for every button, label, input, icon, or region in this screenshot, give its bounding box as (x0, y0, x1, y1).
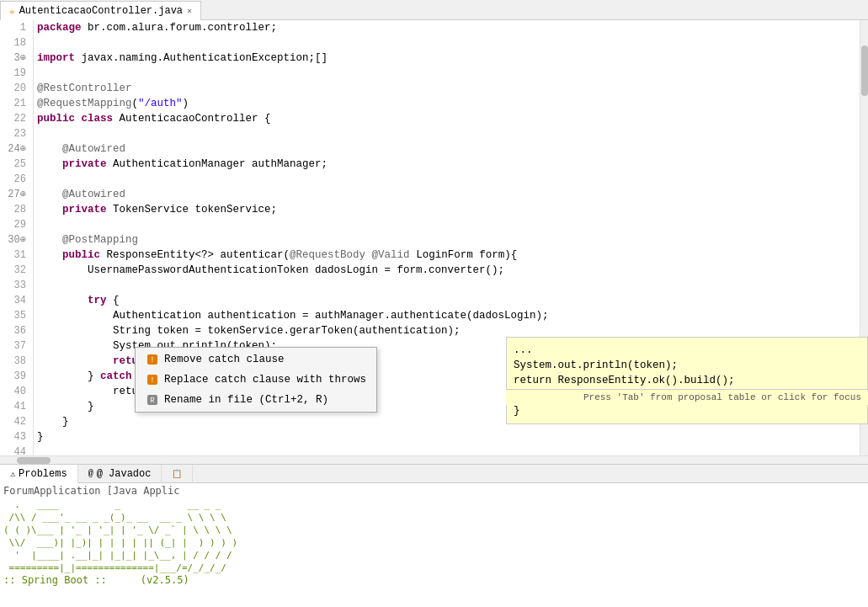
code-segment: ) (183, 98, 189, 109)
code-segment: { (113, 295, 120, 306)
more-icon: 📋 (172, 469, 182, 479)
bottom-content: ForumApplication [Java Applic . ____ _ _… (0, 483, 868, 607)
code-segment (37, 295, 88, 306)
svg-text:!: ! (150, 356, 154, 365)
line-number: 44 (3, 445, 26, 455)
javadoc-icon: @ (88, 469, 93, 478)
code-segment (365, 249, 372, 261)
active-tab[interactable]: ☕ AutenticacaoController.java ✕ (0, 1, 201, 21)
code-segment: ( (132, 98, 139, 109)
line-numbers: 1183⊕192021222324⊕252627⊕282930⊕31323334… (0, 20, 34, 455)
code-line: import javax.naming.AuthenticationExcept… (37, 51, 856, 66)
code-line: UsernamePasswordAuthenticationToken dado… (37, 263, 856, 278)
menu-item-icon: ! (146, 373, 159, 386)
horizontal-scrollbar[interactable] (0, 455, 868, 464)
code-segment: @PostMapping (62, 234, 138, 246)
code-segment: ResponseEntity<?> autenticar( (107, 249, 290, 261)
context-menu[interactable]: !Remove catch clause!Replace catch claus… (135, 347, 377, 413)
svg-text:R: R (150, 397, 155, 405)
code-line: Authentication authentication = authMana… (37, 308, 856, 323)
code-line: public class AutenticacaoController { (37, 111, 856, 126)
code-editor[interactable]: 1183⊕192021222324⊕252627⊕282930⊕31323334… (0, 20, 868, 455)
context-menu-item-replace-catch[interactable]: !Replace catch clause with throws (136, 370, 376, 390)
scrollbar-thumb[interactable] (861, 45, 868, 96)
line-number: 41 (3, 399, 26, 414)
line-number: 24⊕ (3, 141, 26, 157)
code-line (37, 217, 856, 232)
app-label: ForumApplication [Java Applic (3, 485, 865, 498)
code-segment: } (37, 370, 100, 382)
bottom-tab-problems[interactable]: ⚠Problems (0, 465, 78, 483)
line-number: 25 (3, 157, 26, 172)
code-line: @Autowired (37, 141, 856, 157)
code-segment: br.com.alura.forum.controller; (88, 22, 277, 34)
code-segment: @Autowired (62, 143, 125, 155)
line-number: 38 (3, 354, 26, 369)
code-segment: AutenticacaoController { (120, 113, 271, 125)
bottom-tab-bar: ⚠Problems@@ Javadoc📋 (0, 465, 868, 483)
code-segment (37, 249, 62, 261)
line-number: 1 (3, 20, 26, 35)
spring-boot-art: . ____ _ __ _ _ /\\ / ___'_ __ _ _(_)_ _… (3, 498, 865, 574)
line-number: 22 (3, 111, 26, 126)
code-segment: public (62, 249, 107, 261)
code-line (37, 35, 856, 51)
code-segment: AuthenticationManager authManager; (113, 158, 327, 170)
code-segment: package (37, 22, 88, 34)
context-menu-item-remove-catch[interactable]: !Remove catch clause (136, 349, 376, 370)
tab-bar: ☕ AutenticacaoController.java ✕ (0, 0, 868, 20)
code-segment: } (37, 431, 44, 443)
code-line: package br.com.alura.forum.controller; (37, 20, 856, 35)
code-segment: @RequestBody (290, 249, 365, 261)
code-segment: TokenService tokenService; (113, 204, 277, 216)
code-segment: catch (100, 370, 138, 382)
line-number: 19 (3, 66, 26, 81)
line-number: 37 (3, 338, 26, 354)
h-scrollbar-thumb[interactable] (17, 457, 51, 464)
problems-icon: ⚠ (10, 469, 15, 479)
code-segment: @RestController (37, 83, 132, 94)
code-line: } (37, 429, 856, 445)
menu-item-icon: R (146, 393, 159, 407)
svg-text:!: ! (150, 376, 154, 385)
code-segment: javax.naming.AuthenticationException;[] (82, 52, 328, 64)
code-segment: String token = tokenService.gerarToken(a… (37, 325, 461, 337)
line-number: 40 (3, 384, 26, 399)
tooltip-panel[interactable]: ...System.out.println(token);return Resp… (506, 337, 868, 424)
tooltip-line: System.out.println(token); (514, 358, 860, 373)
code-line: public ResponseEntity<?> autenticar(@Req… (37, 248, 856, 263)
code-segment: } (37, 416, 69, 428)
line-number: 34 (3, 293, 26, 308)
line-number: 43 (3, 429, 26, 445)
code-line: @RestController (37, 81, 856, 96)
code-segment: return (37, 386, 151, 397)
code-segment: private (62, 158, 113, 170)
tab-close-button[interactable]: ✕ (187, 6, 192, 16)
bottom-tab-javadoc[interactable]: @@ Javadoc (78, 465, 162, 483)
code-segment (37, 355, 113, 367)
console-area: ForumApplication [Java Applic . ____ _ _… (0, 483, 868, 607)
line-number: 35 (3, 308, 26, 323)
line-number: 42 (3, 414, 26, 429)
code-line: @PostMapping (37, 232, 856, 248)
bottom-tab-label: Problems (19, 468, 67, 480)
menu-item-label: Replace catch clause with throws (164, 374, 366, 386)
code-segment: @Valid (372, 249, 410, 261)
code-line: @RequestMapping("/auth") (37, 96, 856, 111)
line-number: 28 (3, 202, 26, 217)
code-segment (37, 158, 62, 170)
spring-boot-label: :: Spring Boot ::(v2.5.5) (3, 574, 865, 586)
line-number: 26 (3, 172, 26, 187)
line-number: 33 (3, 278, 26, 293)
menu-item-label: Rename in file (Ctrl+2, R) (164, 394, 328, 406)
code-segment: } (37, 401, 94, 413)
code-line: private AuthenticationManager authManage… (37, 157, 856, 172)
bottom-tab-more[interactable]: 📋 (162, 465, 193, 483)
line-number: 29 (3, 217, 26, 232)
menu-item-icon: ! (146, 353, 159, 366)
code-segment: @Autowired (62, 189, 125, 200)
context-menu-item-rename-file[interactable]: RRename in file (Ctrl+2, R) (136, 390, 376, 410)
code-segment: Authentication authentication = authMana… (37, 310, 549, 322)
code-line (37, 445, 856, 455)
code-segment: @RequestMapping (37, 98, 132, 109)
